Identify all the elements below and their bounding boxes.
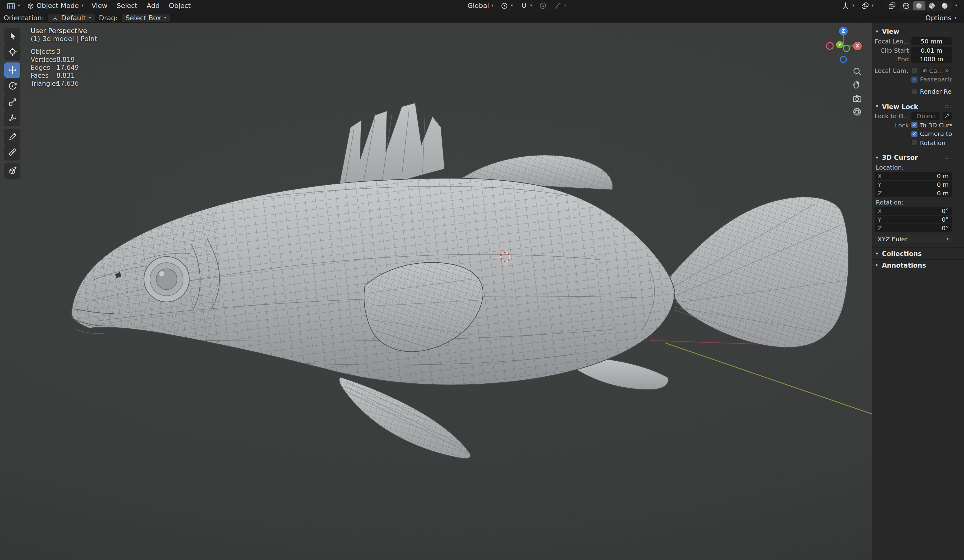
menu-view[interactable]: View	[87, 1, 112, 11]
drag-handle-icon[interactable]: ∷∷	[945, 28, 952, 34]
options-dropdown[interactable]: Options ▾	[922, 13, 960, 22]
mode-dropdown-label: Object Mode	[36, 2, 79, 10]
shading-settings-dropdown[interactable]: ▾	[952, 1, 960, 11]
tool-transform[interactable]	[4, 110, 20, 125]
orientation-axes-icon	[52, 15, 58, 21]
shading-rendered-button[interactable]	[939, 1, 951, 10]
local-camera-field[interactable]: Ca... ✕	[920, 67, 952, 75]
tool-column	[4, 28, 20, 178]
show-overlays-dropdown[interactable]: ▾	[858, 1, 877, 11]
cursor-rotation-y-field[interactable]: Y 0°	[874, 216, 952, 223]
camera-view-button[interactable]	[851, 93, 862, 104]
editor-type-button[interactable]: ▾	[4, 1, 23, 11]
perspective-toggle-button[interactable]	[851, 106, 862, 117]
eyedropper-button[interactable]	[943, 112, 952, 120]
tool-annotate[interactable]	[4, 129, 20, 144]
tool-move[interactable]	[4, 62, 20, 78]
check-icon: ✓	[913, 132, 917, 136]
drag-handle-icon[interactable]: ∷∷	[945, 103, 952, 109]
menu-add[interactable]: Add	[142, 1, 164, 11]
fish-model[interactable]	[61, 103, 848, 459]
clip-start-field[interactable]: 0.01 m	[911, 46, 952, 54]
tool-cursor[interactable]	[4, 44, 20, 59]
options-label: Options	[925, 14, 951, 22]
lock-rotation-checkbox[interactable]	[911, 140, 917, 146]
proportional-editing-toggle[interactable]	[536, 1, 550, 11]
shading-solid-button[interactable]	[913, 1, 925, 10]
caret-down-icon: ▾	[874, 155, 879, 160]
camera-to-view-checkbox[interactable]: ✓	[911, 131, 917, 137]
panel-annotations-header[interactable]: ▸ Annotations	[874, 260, 952, 270]
shading-mode-group	[899, 1, 951, 11]
panel-collections: ▸ Collections	[872, 247, 964, 259]
tool-select-box[interactable]	[4, 28, 20, 44]
fish-eye	[144, 257, 189, 302]
zoom-button[interactable]	[851, 65, 862, 77]
axis-label: Z	[878, 225, 882, 231]
focal-length-field[interactable]: 50 mm	[911, 37, 952, 45]
cursor-rotation-x-value: 0°	[942, 208, 949, 214]
render-region-checkbox[interactable]	[911, 88, 917, 94]
local-camera-checkbox[interactable]	[911, 67, 917, 73]
lock-to-object-field[interactable]: Object	[911, 112, 940, 120]
clip-start-label: Clip Start	[874, 47, 909, 54]
transform-orientation-label: Global	[467, 2, 489, 10]
navigation-gizmo[interactable]: Z X Y	[825, 25, 862, 63]
chevron-down-icon: ▾	[530, 4, 532, 8]
cursor-rotation-x-field[interactable]: X 0°	[874, 207, 952, 215]
panel-3d-cursor: ▾ 3D Cursor ∷∷ Location: X 0 m Y 0 m	[872, 151, 964, 247]
rotation-order-dropdown[interactable]: XYZ Euler ▾	[874, 235, 952, 243]
cursor-tool-icon	[8, 47, 17, 56]
passepartout-checkbox[interactable]: ✓	[911, 76, 917, 82]
axis-label: Y	[878, 181, 881, 188]
panel-3d-cursor-header[interactable]: ▾ 3D Cursor ∷∷	[874, 153, 952, 162]
shading-material-button[interactable]	[926, 1, 938, 10]
orientation-dropdown[interactable]: Default ▾	[48, 13, 95, 22]
orientation-label: Orientation:	[4, 14, 44, 22]
camera-to-view-label: Camera to Vi...	[920, 130, 952, 137]
drag-dropdown[interactable]: Select Box ▾	[121, 13, 171, 22]
tool-rotate[interactable]	[4, 78, 20, 94]
gizmo-y-neg-axis[interactable]	[843, 45, 850, 51]
show-gizmo-dropdown[interactable]: ▾	[839, 1, 857, 11]
chevron-down-icon: ▾	[492, 4, 493, 8]
to-3d-cursor-checkbox[interactable]: ✓	[911, 122, 917, 128]
viewport-3d[interactable]: User Perspective (1) 3d model | Point Ob…	[0, 23, 964, 560]
panel-view-lock-header[interactable]: ▾ View Lock ∷∷	[874, 101, 952, 111]
xray-toggle[interactable]	[885, 1, 899, 11]
axis-label: X	[878, 173, 882, 179]
menu-object[interactable]: Object	[164, 1, 195, 11]
cursor-location-z-field[interactable]: Z 0 m	[874, 189, 952, 197]
drag-handle-icon[interactable]: ∷∷	[945, 154, 952, 160]
shading-wireframe-button[interactable]	[900, 1, 912, 10]
snap-toggle[interactable]: ▾	[516, 1, 535, 11]
mode-dropdown[interactable]: Object Mode ▾	[24, 1, 87, 11]
viewport-canvas[interactable]	[0, 23, 964, 560]
clip-end-label: End	[874, 55, 909, 62]
caret-down-icon: ▾	[874, 28, 879, 34]
gizmo-z-neg-axis[interactable]	[840, 56, 847, 62]
tool-measure[interactable]	[4, 145, 20, 160]
gizmo-x-neg-axis[interactable]	[827, 42, 833, 49]
transform-icon	[8, 113, 17, 122]
clip-end-field[interactable]: 1000 m	[911, 55, 952, 63]
zoom-icon	[852, 66, 862, 76]
cursor-location-x-field[interactable]: X 0 m	[874, 172, 952, 180]
panel-annotations: ▸ Annotations	[872, 259, 964, 270]
cursor-rotation-y-value: 0°	[942, 216, 949, 223]
panel-view-lock: ▾ View Lock ∷∷ Lock to O... Object	[872, 99, 964, 151]
tool-add-cube[interactable]	[4, 163, 20, 178]
tool-scale[interactable]	[4, 94, 20, 110]
clear-camera-button[interactable]: ✕	[945, 68, 949, 73]
pivot-point-dropdown[interactable]: ▾	[497, 1, 516, 11]
menu-select[interactable]: Select	[112, 1, 142, 11]
panel-view-header[interactable]: ▾ View ∷∷	[874, 26, 952, 36]
gizmo-x-label: X	[856, 43, 859, 49]
proportional-falloff-dropdown[interactable]: ▾	[550, 1, 569, 11]
transform-orientation-dropdown[interactable]: Global ▾	[464, 1, 497, 11]
cursor-rotation-z-field[interactable]: Z 0°	[874, 224, 952, 232]
cursor-location-y-field[interactable]: Y 0 m	[874, 181, 952, 189]
panel-collections-header[interactable]: ▸ Collections	[874, 248, 952, 258]
caret-right-icon: ▸	[874, 262, 879, 268]
pan-button[interactable]	[851, 79, 862, 90]
